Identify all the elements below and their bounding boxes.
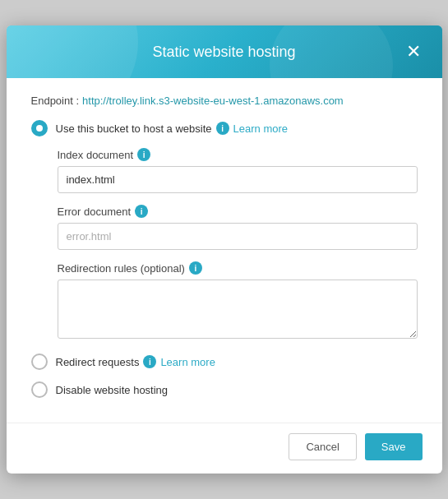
cancel-button[interactable]: Cancel xyxy=(289,433,356,460)
index-document-input[interactable] xyxy=(58,166,418,193)
option-redirect-label: Redirect requests xyxy=(56,356,140,368)
option-redirect-requests: Redirect requests i Learn more xyxy=(31,353,418,370)
endpoint-link[interactable]: http://trolley.link.s3-website-eu-west-1… xyxy=(82,95,344,107)
endpoint-label: Endpoint : xyxy=(31,95,80,107)
save-button[interactable]: Save xyxy=(365,433,423,460)
error-document-group: Error document i xyxy=(58,205,418,250)
info-icon-host-bucket[interactable]: i xyxy=(216,122,229,135)
redirection-rules-textarea[interactable] xyxy=(58,280,418,339)
info-icon-error[interactable]: i xyxy=(135,205,148,218)
modal-title: Static website hosting xyxy=(152,44,295,61)
index-document-group: Index document i xyxy=(58,148,418,193)
static-website-hosting-modal: Static website hosting ✕ Endpoint : http… xyxy=(7,25,442,474)
option-disable-label: Disable website hosting xyxy=(56,384,169,396)
close-button[interactable]: ✕ xyxy=(400,39,427,64)
modal-footer: Cancel Save xyxy=(7,423,442,474)
error-document-label: Error document i xyxy=(58,205,418,218)
modal-header: Static website hosting ✕ xyxy=(7,25,442,78)
info-icon-redirect[interactable]: i xyxy=(143,355,156,368)
modal-body: Endpoint : http://trolley.link.s3-websit… xyxy=(7,78,442,423)
option-host-bucket-label: Use this bucket to host a website xyxy=(56,122,212,135)
option-host-bucket: Use this bucket to host a website i Lear… xyxy=(31,120,418,136)
endpoint-row: Endpoint : http://trolley.link.s3-websit… xyxy=(31,95,418,107)
info-icon-index[interactable]: i xyxy=(137,148,150,161)
redirection-rules-group: Redirection rules (optional) i xyxy=(58,261,418,342)
redirection-rules-label: Redirection rules (optional) i xyxy=(58,261,418,275)
radio-redirect-requests[interactable] xyxy=(31,353,48,370)
option-disable-hosting: Disable website hosting xyxy=(31,381,418,398)
radio-disable-hosting[interactable] xyxy=(31,381,48,398)
info-icon-redirection[interactable]: i xyxy=(189,261,202,275)
learn-more-redirect[interactable]: Learn more xyxy=(160,356,215,368)
form-section: Index document i Error document i xyxy=(58,148,418,342)
radio-host-bucket[interactable] xyxy=(31,120,48,136)
error-document-input[interactable] xyxy=(58,223,418,250)
learn-more-host-bucket[interactable]: Learn more xyxy=(233,122,288,135)
index-document-label: Index document i xyxy=(58,148,418,161)
